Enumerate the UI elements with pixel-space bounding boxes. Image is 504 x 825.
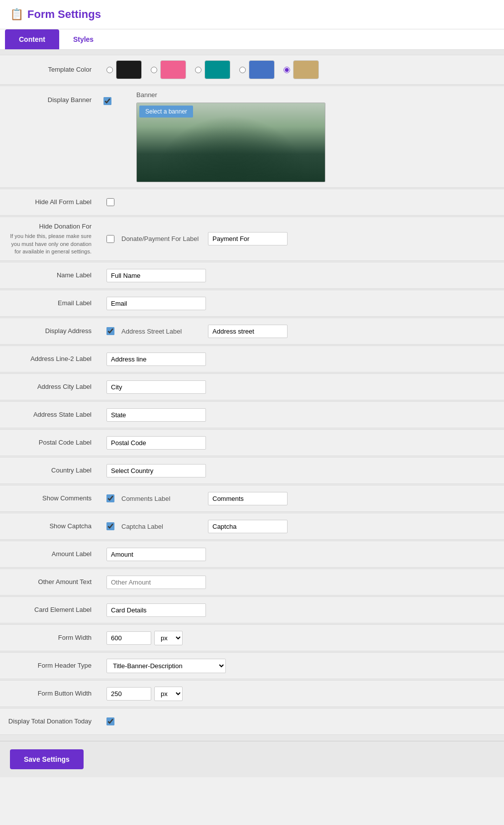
address-line2-label: Address Line-2 Label <box>0 350 100 368</box>
hide-donation-for-checkbox[interactable] <box>106 235 114 243</box>
form-button-width-unit-select[interactable]: px % em <box>154 687 183 701</box>
address-city-input[interactable] <box>106 380 206 394</box>
amount-label-input[interactable] <box>106 548 206 561</box>
color-options <box>106 60 319 79</box>
color-option-pink[interactable] <box>151 60 186 79</box>
other-amount-content <box>100 571 504 594</box>
display-banner-checkbox[interactable] <box>103 97 111 105</box>
form-header-type-row: Form Header Type Title-Banner-Descriptio… <box>0 652 504 679</box>
save-settings-button[interactable]: Save Settings <box>10 749 84 769</box>
postal-code-row: Postal Code Label <box>0 429 504 456</box>
show-captcha-checkbox[interactable] <box>106 522 114 530</box>
color-radio-teal[interactable] <box>195 67 202 73</box>
color-radio-blue[interactable] <box>239 67 246 73</box>
color-radio-tan[interactable] <box>284 67 290 73</box>
template-color-content <box>100 55 504 84</box>
show-comments-checkbox[interactable] <box>106 494 114 502</box>
display-total-donation-checkbox[interactable] <box>106 717 114 725</box>
color-option-blue[interactable] <box>239 60 275 79</box>
color-option-black[interactable] <box>106 60 142 79</box>
captcha-label-text: Captcha Label <box>121 523 201 530</box>
display-banner-row: Display Banner Banner Select a banner <box>0 86 504 188</box>
address-city-content <box>100 375 504 399</box>
email-label-input[interactable] <box>106 297 206 310</box>
postal-code-label: Postal Code Label <box>0 433 100 452</box>
form-button-width-row: Form Button Width px % em <box>0 680 504 707</box>
form-width-unit-select[interactable]: px % em <box>154 631 183 645</box>
page-header: 📋 Form Settings <box>0 0 504 29</box>
comments-input[interactable] <box>208 492 288 505</box>
country-content <box>100 459 504 482</box>
captcha-input[interactable] <box>208 520 288 533</box>
form-button-width-content: px % em <box>100 682 504 706</box>
hide-donation-for-row: Hide Donation For If you hide this, plea… <box>0 217 504 261</box>
banner-label-row: Banner <box>136 91 497 99</box>
hide-all-form-label: Hide All Form Label <box>0 193 100 212</box>
select-banner-button[interactable]: Select a banner <box>139 106 193 118</box>
hide-all-form-label-row: Hide All Form Label <box>0 189 504 216</box>
other-amount-label: Other Amount Text <box>0 573 100 591</box>
display-address-checkbox[interactable] <box>106 327 114 335</box>
template-color-label: Template Color <box>0 60 100 79</box>
address-state-input[interactable] <box>106 408 206 422</box>
banner-preview: Select a banner <box>136 103 497 182</box>
name-label-content <box>100 264 504 287</box>
display-banner-right: Banner Select a banner <box>129 86 504 187</box>
tabs-bar: Content Styles <box>0 29 504 50</box>
display-total-donation-row: Display Total Donation Today <box>0 708 504 735</box>
form-button-width-input[interactable] <box>106 687 151 701</box>
color-swatch-black <box>116 60 142 79</box>
color-option-teal[interactable] <box>195 60 230 79</box>
comments-label-text: Comments Label <box>121 495 201 502</box>
address-city-row: Address City Label <box>0 373 504 400</box>
settings-container: Template Color <box>0 50 504 741</box>
save-bar: Save Settings <box>0 741 504 777</box>
address-state-content <box>100 403 504 427</box>
form-width-input[interactable] <box>106 631 151 645</box>
color-radio-black[interactable] <box>106 67 113 73</box>
address-city-label: Address City Label <box>0 377 100 396</box>
address-street-input[interactable] <box>208 325 288 338</box>
form-width-row: Form Width px % em <box>0 624 504 651</box>
hide-donation-for-label: Hide Donation For If you hide this, plea… <box>0 217 100 260</box>
amount-label-content <box>100 543 504 566</box>
card-element-row: Card Element Label <box>0 596 504 623</box>
address-line2-content <box>100 348 504 371</box>
display-address-label: Display Address <box>0 322 100 341</box>
hide-all-form-checkbox[interactable] <box>106 198 114 206</box>
postal-code-input[interactable] <box>106 436 206 450</box>
show-captcha-label: Show Captcha <box>0 517 100 536</box>
color-swatch-pink <box>160 60 186 79</box>
show-comments-label: Show Comments <box>0 489 100 508</box>
form-header-type-select[interactable]: Title-Banner-Description Title-Descripti… <box>106 659 226 673</box>
display-address-row: Display Address Address Street Label <box>0 318 504 345</box>
amount-label-row: Amount Label <box>0 541 504 568</box>
show-captcha-row: Show Captcha Captcha Label <box>0 513 504 540</box>
address-state-label: Address State Label <box>0 405 100 424</box>
email-label-text: Email Label <box>0 294 100 313</box>
payment-for-input[interactable] <box>208 232 288 245</box>
form-header-type-label: Form Header Type <box>0 656 100 675</box>
display-total-donation-content <box>100 712 504 730</box>
country-input[interactable] <box>106 464 206 477</box>
email-label-content <box>100 292 504 315</box>
name-label-input[interactable] <box>106 269 206 282</box>
card-element-input[interactable] <box>106 603 206 617</box>
display-banner-checkbox-wrap <box>100 86 129 115</box>
address-line2-input[interactable] <box>106 353 206 366</box>
color-swatch-tan <box>293 60 319 79</box>
card-element-content <box>100 598 504 622</box>
color-radio-pink[interactable] <box>151 67 157 73</box>
country-label: Country Label <box>0 461 100 480</box>
name-label-row: Name Label <box>0 262 504 289</box>
color-option-tan[interactable] <box>284 60 319 79</box>
tab-styles[interactable]: Styles <box>59 29 107 49</box>
tab-content[interactable]: Content <box>5 29 59 49</box>
show-comments-content: Comments Label <box>100 487 504 510</box>
other-amount-input[interactable] <box>106 576 206 589</box>
template-color-row: Template Color <box>0 55 504 85</box>
form-width-input-wrap: px % em <box>106 631 183 645</box>
postal-code-content <box>100 431 504 455</box>
email-label-row: Email Label <box>0 290 504 317</box>
page-title: Form Settings <box>27 8 101 21</box>
